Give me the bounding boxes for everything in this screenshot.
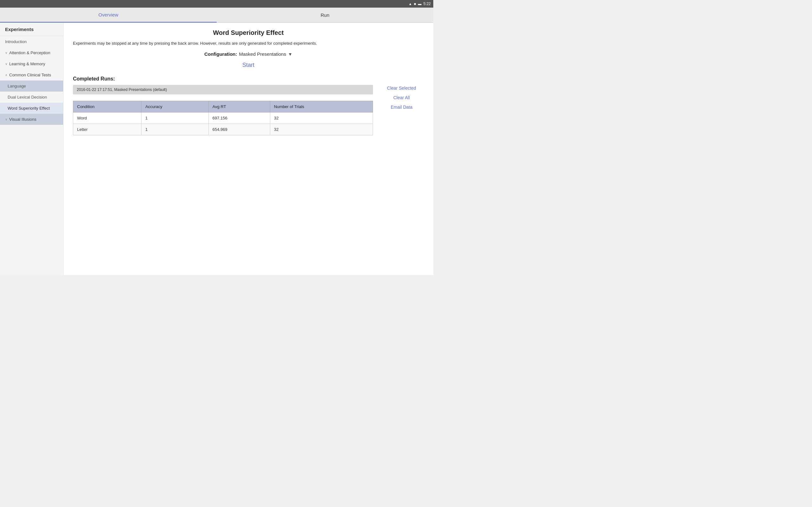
sidebar-item-common-clinical[interactable]: ∧ Common Clinical Tests <box>0 69 63 80</box>
sidebar-item-learning-label: Learning & Memory <box>9 61 45 66</box>
sidebar-item-attention-label: Attention & Perception <box>9 50 50 55</box>
table-row: Letter 1 654.969 32 <box>73 124 373 135</box>
status-bar: ▲ ■ ▬ 5:22 <box>0 0 433 8</box>
sidebar-item-clinical-label: Common Clinical Tests <box>9 72 51 77</box>
table-header-avgrt: Avg RT <box>208 101 270 112</box>
tab-run[interactable]: Run <box>217 8 433 22</box>
runs-right: Clear Selected Clear All Email Data <box>379 76 424 135</box>
data-table: Condition Accuracy Avg RT Number of Tria… <box>73 101 373 135</box>
sidebar-item-language[interactable]: Language <box>0 80 63 92</box>
table-header-condition: Condition <box>73 101 142 112</box>
clear-selected-button[interactable]: Clear Selected <box>379 86 424 91</box>
cell-trials-1: 32 <box>270 112 373 124</box>
sidebar-item-visual-illusions[interactable]: ∨ Visual Illusions <box>0 114 63 125</box>
sidebar-item-attention-perception[interactable]: ∨ Attention & Perception <box>0 47 63 58</box>
sidebar-item-word-superiority[interactable]: Word Superiority Effect <box>0 103 63 114</box>
completed-runs-title: Completed Runs: <box>73 76 373 82</box>
tab-run-label: Run <box>321 12 329 18</box>
table-header-trials: Number of Trials <box>270 101 373 112</box>
table-row: Word 1 697.156 32 <box>73 112 373 124</box>
start-button[interactable]: Start <box>242 62 254 68</box>
battery-icon: ▬ <box>418 2 421 6</box>
sidebar-item-learning-memory[interactable]: ∨ Learning & Memory <box>0 58 63 69</box>
completed-runs-section: Completed Runs: 2016-01-22 17:17:51, Mas… <box>73 76 424 135</box>
email-data-button[interactable]: Email Data <box>379 105 424 110</box>
app-container: Experiments Introduction ∨ Attention & P… <box>0 23 433 275</box>
sidebar-title: Experiments <box>5 26 34 32</box>
sidebar-item-dual-lexical-label: Dual Lexical Decision <box>8 95 47 100</box>
content-area: Experiments Introduction ∨ Attention & P… <box>0 23 433 275</box>
main-panel: Word Superiority Effect Experiments may … <box>63 23 433 275</box>
sidebar-item-word-superiority-label: Word Superiority Effect <box>8 106 50 111</box>
start-button-container: Start <box>73 62 424 68</box>
tab-overview[interactable]: Overview <box>0 8 217 22</box>
chevron-icon-clinical: ∧ <box>5 73 7 77</box>
status-time: 5:22 <box>423 2 431 6</box>
config-label: Configuration: <box>204 51 237 57</box>
runs-left: Completed Runs: 2016-01-22 17:17:51, Mas… <box>73 76 373 135</box>
sidebar: Experiments Introduction ∨ Attention & P… <box>0 23 63 275</box>
chevron-icon-attention: ∨ <box>5 51 7 55</box>
description-text: Experiments may be stopped at any time b… <box>73 41 424 46</box>
table-header-accuracy: Accuracy <box>142 101 208 112</box>
page-title: Word Superiority Effect <box>73 29 424 37</box>
chevron-icon-learning: ∨ <box>5 62 7 66</box>
signal-icon: ■ <box>414 2 416 6</box>
tab-overview-label: Overview <box>98 12 118 17</box>
sidebar-item-language-label: Language <box>8 83 26 89</box>
sidebar-item-introduction[interactable]: Introduction <box>0 36 63 47</box>
cell-accuracy-2: 1 <box>142 124 208 135</box>
cell-accuracy-1: 1 <box>142 112 208 124</box>
cell-condition-2: Letter <box>73 124 142 135</box>
wifi-icon: ▲ <box>409 2 412 6</box>
clear-all-button[interactable]: Clear All <box>379 95 424 100</box>
top-nav: Overview Run <box>0 8 433 23</box>
cell-trials-2: 32 <box>270 124 373 135</box>
sidebar-item-visual-label: Visual Illusions <box>9 117 37 122</box>
dropdown-icon[interactable]: ▼ <box>288 52 293 57</box>
chevron-icon-visual: ∨ <box>5 118 7 121</box>
cell-avgrt-2: 654.969 <box>208 124 270 135</box>
sidebar-item-introduction-label: Introduction <box>5 39 27 44</box>
config-value: Masked Presentations <box>239 51 286 57</box>
run-item[interactable]: 2016-01-22 17:17:51, Masked Presentation… <box>73 85 373 95</box>
cell-avgrt-1: 697.156 <box>208 112 270 124</box>
sidebar-item-dual-lexical[interactable]: Dual Lexical Decision <box>0 92 63 103</box>
cell-condition-1: Word <box>73 112 142 124</box>
config-row: Configuration: Masked Presentations ▼ <box>73 51 424 57</box>
